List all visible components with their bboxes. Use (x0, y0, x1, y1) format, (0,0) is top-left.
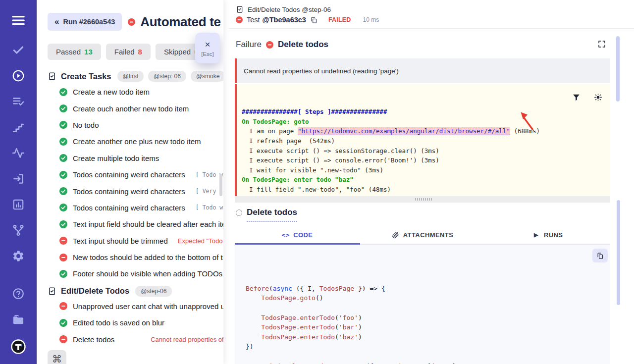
badge-count: 8 (138, 48, 142, 56)
test-id: @Tbe9a63c3 (263, 16, 306, 24)
test-row[interactable]: Footer should be visible when adding TOD… (48, 265, 223, 282)
test-row[interactable]: Delete todosCannot read properties of u (48, 331, 223, 347)
test-row[interactable]: Text input field should be cleared after… (48, 216, 223, 232)
copy-code-button[interactable] (592, 249, 608, 262)
failed-icon (59, 254, 67, 261)
help-icon[interactable] (12, 287, 25, 300)
scenarios-icon[interactable] (12, 95, 25, 108)
test-row[interactable]: Text input should be trimmedExpected "To… (48, 233, 223, 249)
test-error-preview: Expected "Todo wi (178, 237, 223, 245)
test-title: Todos containing weird characters (73, 187, 185, 196)
tag-pill[interactable]: @step-06 (135, 286, 172, 297)
badge-count: 13 (84, 48, 93, 56)
menu-icon[interactable] (11, 13, 26, 28)
paperclip-icon (392, 231, 399, 239)
test-row[interactable]: Unapproved user cant chat with unapprove… (48, 298, 223, 314)
settings-icon[interactable] (12, 250, 25, 262)
play-icon: ▶ (532, 231, 540, 239)
code-line: TodosPage.enterTodo('bar') (246, 322, 610, 332)
tab-label: CODE (293, 231, 313, 239)
breadcrumb[interactable]: Edit/Delete Todos @step-06 (236, 4, 634, 15)
fullscreen-icon[interactable] (597, 40, 606, 49)
tab-label: RUNS (544, 231, 563, 239)
step-url-link[interactable]: "https://todomvc.com/examples/angular/di… (298, 127, 510, 135)
badge-label: Passed (56, 48, 81, 56)
test-title: No todo (73, 121, 99, 129)
step-section: On TodosPage: enter todo "baz" (242, 175, 610, 185)
signin-icon[interactable] (12, 172, 25, 185)
test-row[interactable]: Edited todo is saved on blur (48, 314, 223, 331)
test-row[interactable]: Todos containing weird characters[ Todo … (48, 166, 223, 183)
code-line: TodosPage.goto() (246, 293, 610, 303)
test-row[interactable]: Todos containing weird characters[ Very … (48, 183, 223, 199)
suite-header[interactable]: Create Tasks@first@step: 06@smoke@sto (48, 69, 223, 84)
code-line (246, 352, 610, 362)
test-error-preview: Cannot read properties of u (151, 336, 223, 343)
code-viewer: Before(async ({ I, TodosPage }) => { Tod… (235, 245, 610, 364)
brightness-icon[interactable] (594, 93, 602, 102)
chevrons-left-icon: « (54, 17, 59, 27)
steps-icon[interactable] (12, 121, 25, 134)
test-row[interactable]: New todos should be added to the bottom … (48, 249, 223, 265)
tests-icon[interactable] (12, 44, 25, 56)
passed-icon (59, 138, 67, 146)
code-line: TodosPage.enterTodo('baz') (246, 332, 610, 342)
detail-scrollbar[interactable] (617, 200, 620, 305)
badge-failed[interactable]: Failed8 (106, 44, 151, 60)
test-title: Unapproved user cant chat with unapprove… (73, 302, 223, 311)
badge-label: Failed (114, 48, 135, 56)
reports-icon[interactable] (12, 198, 25, 211)
test-row[interactable]: Todos containing weird characters[ Todo … (48, 200, 223, 216)
code-line (246, 303, 610, 313)
detail-header: Edit/Delete Todos @step-06 Test @Tbe9a63… (229, 0, 634, 29)
passed-icon (59, 204, 67, 211)
error-message-box: Cannot read properties of undefined (rea… (235, 58, 610, 83)
test-title: Edited todo is saved on blur (73, 318, 164, 327)
filter-icon[interactable] (572, 93, 581, 102)
failure-heading: Failure Delete todos (236, 39, 634, 51)
run-title: Automated te (140, 14, 221, 30)
test-title: Create another one plus new todo item (73, 137, 201, 146)
test-row[interactable]: No todo (48, 117, 223, 133)
tab-attachments[interactable]: ATTACHMENTS (360, 226, 485, 244)
panel-resize-handle[interactable] (235, 196, 610, 203)
error-message: Cannot read properties of undefined (rea… (244, 67, 399, 75)
close-icon: × (205, 40, 210, 49)
scenario-title[interactable]: Delete todos (247, 208, 297, 222)
step-timing: (688ms) (510, 127, 540, 135)
tag-pill[interactable]: @step: 06 (148, 71, 186, 82)
run-back-button[interactable]: « Run #2660a543 (48, 13, 122, 31)
left-panel-scrollbar[interactable] (219, 174, 222, 196)
tag-pill[interactable]: @first (117, 71, 144, 82)
steps-banner: ###############[ Steps ]############### (242, 107, 610, 117)
projects-icon[interactable] (12, 313, 25, 326)
test-row[interactable]: Create multiple todo items (48, 150, 223, 166)
grip-icon (415, 198, 433, 201)
step-line: I fill field ".new-todo", "foo" (48ms) (242, 185, 610, 195)
test-row[interactable]: Create another one plus new todo item (48, 133, 223, 150)
suite-title: Create Tasks (61, 72, 111, 81)
test-title: Create ouch another new todo item (73, 104, 189, 113)
run-icon[interactable] (12, 69, 25, 82)
branches-icon[interactable] (12, 224, 25, 237)
step-line: I wait for visible ".new-todo" (3ms) (242, 165, 610, 175)
badge-passed[interactable]: Passed13 (48, 44, 101, 60)
keyboard-shortcuts-button[interactable]: ⌘ (48, 350, 66, 364)
test-detail-panel: Edit/Delete Todos @step-06 Test @Tbe9a63… (229, 0, 634, 364)
test-row[interactable]: Create ouch another new todo item (48, 100, 223, 116)
copy-test-id-icon[interactable] (310, 16, 317, 24)
activity-icon[interactable] (12, 147, 25, 159)
close-panel-button[interactable]: × [Esc] (195, 33, 220, 63)
suite-header[interactable]: Edit/Delete Todos@step-06 (48, 284, 223, 298)
test-title: Todos containing weird characters (73, 170, 185, 179)
tab-code[interactable]: <>CODE (235, 226, 360, 244)
tab-runs[interactable]: ▶RUNS (485, 226, 610, 244)
failed-status-icon (128, 18, 135, 26)
logo-icon[interactable] (10, 339, 26, 355)
file-check-icon (48, 287, 56, 296)
test-row[interactable]: Create a new todo item (48, 84, 223, 100)
suite-file-check-icon (236, 5, 244, 13)
tag-pill[interactable]: @smoke (191, 71, 223, 82)
passed-icon (59, 154, 67, 162)
failure-scrollbar[interactable] (616, 36, 620, 102)
